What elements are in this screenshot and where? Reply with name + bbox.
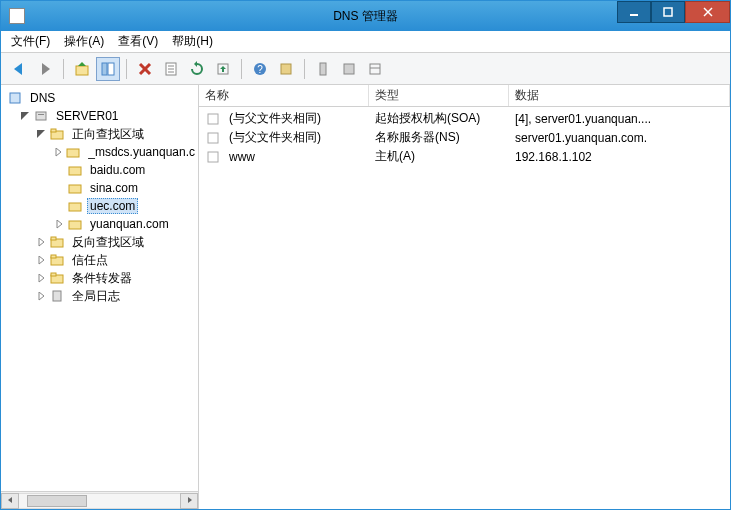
menu-action[interactable]: 操作(A) <box>64 33 104 50</box>
record-icon <box>205 111 221 127</box>
scroll-track[interactable] <box>19 493 180 509</box>
properties-button[interactable] <box>159 57 183 81</box>
toolbar-separator <box>241 59 242 79</box>
expand-icon[interactable] <box>53 146 63 158</box>
help-button[interactable]: ? <box>248 57 272 81</box>
svg-rect-22 <box>320 63 326 75</box>
expand-icon[interactable] <box>35 236 47 248</box>
maximize-button[interactable] <box>651 1 685 23</box>
record-data: [4], server01.yuanquan.... <box>509 112 730 126</box>
tree-node-server[interactable]: SERVER01 <box>1 107 198 125</box>
svg-marker-18 <box>220 66 226 72</box>
tree-panel: DNS SERVER01 正向查找区域 _msdcs.yuanquan.c ba <box>1 85 199 509</box>
svg-rect-54 <box>208 133 218 143</box>
expand-icon[interactable] <box>35 128 47 140</box>
delete-button[interactable] <box>133 57 157 81</box>
close-button[interactable] <box>685 1 730 23</box>
folder-icon <box>49 270 65 286</box>
back-button[interactable] <box>7 57 31 81</box>
zone-icon <box>67 162 83 178</box>
svg-rect-23 <box>344 64 354 74</box>
svg-marker-51 <box>8 497 12 503</box>
expand-icon[interactable] <box>35 254 47 266</box>
svg-rect-24 <box>370 64 380 74</box>
record-data: server01.yuanquan.com. <box>509 131 730 145</box>
record-row[interactable]: www 主机(A) 192.168.1.102 <box>199 147 730 166</box>
show-hide-tree-button[interactable] <box>96 57 120 81</box>
zone-icon <box>67 198 83 214</box>
expand-icon[interactable] <box>35 272 47 284</box>
svg-rect-32 <box>51 129 56 132</box>
column-header-name[interactable]: 名称 <box>199 85 369 106</box>
tree-horizontal-scrollbar[interactable] <box>1 491 198 509</box>
record-icon <box>205 149 221 165</box>
refresh-button[interactable] <box>185 57 209 81</box>
svg-marker-52 <box>188 497 192 503</box>
tree-node-global-logs[interactable]: 全局日志 <box>1 287 198 305</box>
list-body[interactable]: (与父文件夹相同) 起始授权机构(SOA) [4], server01.yuan… <box>199 107 730 509</box>
tree-view[interactable]: DNS SERVER01 正向查找区域 _msdcs.yuanquan.c ba <box>1 85 198 491</box>
tree-node-dns[interactable]: DNS <box>1 89 198 107</box>
server-icon <box>33 108 49 124</box>
tree-node-trust[interactable]: 信任点 <box>1 251 198 269</box>
tree-node-zone[interactable]: baidu.com <box>1 161 198 179</box>
tree-node-forward-zones[interactable]: 正向查找区域 <box>1 125 198 143</box>
tree-node-conditional-forwarders[interactable]: 条件转发器 <box>1 269 198 287</box>
svg-marker-30 <box>37 130 45 138</box>
folder-icon <box>49 126 65 142</box>
svg-rect-29 <box>38 114 44 115</box>
tree-node-zone[interactable]: sina.com <box>1 179 198 197</box>
scroll-right-button[interactable] <box>180 493 198 509</box>
list-panel: 名称 类型 数据 (与父文件夹相同) 起始授权机构(SOA) [4], serv… <box>199 85 730 509</box>
tree-label: 全局日志 <box>69 287 123 306</box>
tree-node-zone[interactable]: _msdcs.yuanquan.c <box>1 143 198 161</box>
tree-label: DNS <box>27 90 58 106</box>
expand-icon[interactable] <box>53 218 65 230</box>
record-icon <box>205 130 221 146</box>
expand-icon[interactable] <box>35 290 47 302</box>
svg-rect-37 <box>69 203 81 211</box>
svg-text:?: ? <box>257 64 263 75</box>
tree-label: baidu.com <box>87 162 148 178</box>
tree-label: uec.com <box>87 198 138 214</box>
tree-label: 反向查找区域 <box>69 233 147 252</box>
record-row[interactable]: (与父文件夹相同) 名称服务器(NS) server01.yuanquan.co… <box>199 128 730 147</box>
tree-node-reverse-zones[interactable]: 反向查找区域 <box>1 233 198 251</box>
up-button[interactable] <box>70 57 94 81</box>
scroll-thumb[interactable] <box>27 495 87 507</box>
record-type: 起始授权机构(SOA) <box>369 110 509 127</box>
tree-label: 信任点 <box>69 251 111 270</box>
action2-button[interactable] <box>337 57 361 81</box>
svg-rect-35 <box>69 167 81 175</box>
svg-rect-28 <box>36 112 46 120</box>
svg-marker-33 <box>56 148 61 156</box>
folder-icon <box>49 252 65 268</box>
column-header-type[interactable]: 类型 <box>369 85 509 106</box>
expand-icon[interactable] <box>19 110 31 122</box>
record-name: (与父文件夹相同) <box>229 129 321 146</box>
list-header: 名称 类型 数据 <box>199 85 730 107</box>
column-header-data[interactable]: 数据 <box>509 85 730 106</box>
toolbar-separator <box>63 59 64 79</box>
tree-node-zone-selected[interactable]: uec.com <box>1 197 198 215</box>
minimize-button[interactable] <box>617 1 651 23</box>
title-bar: DNS 管理器 <box>1 1 730 31</box>
action1-button[interactable] <box>311 57 335 81</box>
scroll-left-button[interactable] <box>1 493 19 509</box>
filter-button[interactable] <box>274 57 298 81</box>
tree-node-zone[interactable]: yuanquan.com <box>1 215 198 233</box>
menu-view[interactable]: 查看(V) <box>118 33 158 50</box>
action3-button[interactable] <box>363 57 387 81</box>
tree-label: 正向查找区域 <box>69 125 147 144</box>
svg-rect-50 <box>53 291 61 301</box>
forward-button[interactable] <box>33 57 57 81</box>
svg-marker-16 <box>194 61 197 67</box>
record-row[interactable]: (与父文件夹相同) 起始授权机构(SOA) [4], server01.yuan… <box>199 109 730 128</box>
app-icon <box>9 8 25 24</box>
tree-label: sina.com <box>87 180 141 196</box>
toolbar: ? <box>1 53 730 85</box>
export-button[interactable] <box>211 57 235 81</box>
menu-file[interactable]: 文件(F) <box>11 33 50 50</box>
menu-help[interactable]: 帮助(H) <box>172 33 213 50</box>
record-name: www <box>229 150 255 164</box>
